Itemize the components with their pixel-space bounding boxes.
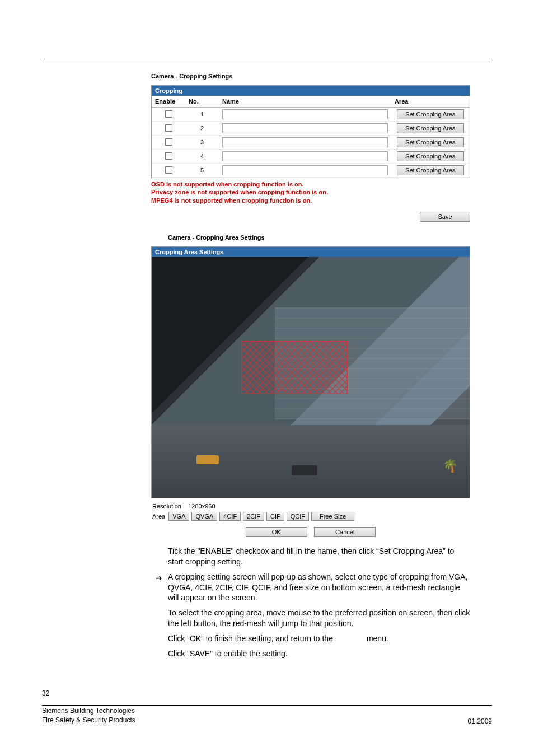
table-row: 3 Set Cropping Area [152, 136, 470, 150]
table-row: 1 Set Cropping Area [152, 108, 470, 122]
instruction-fragment: Click “OK” to finish the setting, and re… [168, 634, 333, 643]
scene-tree: 🌴 [443, 459, 460, 481]
video-preview[interactable]: 🌴 [152, 257, 470, 498]
warning-messages: OSD is not supported when cropping funct… [151, 180, 470, 204]
row-no: 5 [185, 164, 219, 178]
instruction-paragraph: To select the cropping area, move mouse … [168, 608, 470, 629]
table-row: 5 Set Cropping Area [152, 164, 470, 178]
save-button[interactable]: Save [420, 212, 470, 222]
preset-qvga-button[interactable]: QVGA [191, 512, 217, 521]
name-input[interactable] [222, 109, 388, 119]
name-input[interactable] [222, 165, 388, 175]
table-row: 2 Set Cropping Area [152, 122, 470, 136]
name-input[interactable] [222, 137, 388, 147]
instruction-paragraph: Click “SAVE” to enable the setting. [168, 648, 470, 659]
body-text: Tick the "ENABLE" checkbox and fill in t… [151, 546, 470, 659]
ok-cancel-row: OK Cancel [151, 526, 470, 537]
crop-rectangle[interactable] [241, 341, 348, 394]
set-cropping-area-button[interactable]: Set Cropping Area [397, 137, 464, 147]
top-rule [42, 62, 492, 62]
set-cropping-area-button[interactable]: Set Cropping Area [397, 109, 464, 119]
instruction-bullet: A cropping setting screen will pop-up as… [168, 572, 470, 604]
cancel-button[interactable]: Cancel [314, 527, 376, 537]
footer-right: 01.2009 [468, 717, 492, 725]
warning-line: OSD is not supported when cropping funct… [151, 180, 470, 188]
set-cropping-area-button[interactable]: Set Cropping Area [397, 151, 464, 161]
footer-line: Siemens Building Technologies [42, 706, 135, 716]
col-header-name: Name [219, 96, 391, 108]
row-no: 3 [185, 136, 219, 150]
name-input[interactable] [222, 151, 388, 161]
section-title-cropping: Camera - Cropping Settings [151, 73, 470, 80]
col-header-enable: Enable [152, 96, 185, 108]
area-presets-row: Area VGA QVGA 4CIF 2CIF CIF QCIF Free Si… [152, 512, 470, 521]
footer-left: Siemens Building Technologies Fire Safet… [42, 706, 135, 725]
area-panel-header: Cropping Area Settings [152, 247, 470, 257]
page-number: 32 [42, 689, 49, 697]
save-row: Save [151, 211, 470, 222]
bottom-rule [42, 705, 492, 706]
ok-button[interactable]: OK [246, 527, 307, 537]
section-title-area: Camera - Cropping Area Settings [168, 234, 470, 241]
instruction-paragraph: Tick the "ENABLE" checkbox and fill in t… [168, 546, 470, 567]
preset-qcif-button[interactable]: QCIF [287, 512, 309, 521]
section-cropping-area: Camera - Cropping Area Settings Cropping… [151, 234, 470, 537]
row-no: 4 [185, 150, 219, 164]
enable-checkbox[interactable] [165, 138, 172, 146]
main-content: Camera - Cropping Settings Cropping Enab… [151, 73, 470, 664]
cropping-area-panel: Cropping Area Settings 🌴 [151, 246, 470, 498]
warning-line: Privacy zone is not supported when cropp… [151, 188, 470, 196]
page: Camera - Cropping Settings Cropping Enab… [0, 0, 534, 756]
enable-checkbox[interactable] [165, 166, 172, 174]
preset-cif-button[interactable]: CIF [266, 512, 284, 521]
instruction-paragraph: Click “OK” to finish the setting, and re… [168, 633, 470, 644]
set-cropping-area-button[interactable]: Set Cropping Area [397, 165, 464, 175]
cropping-table: Enable No. Name Area 1 Set Cropping Area [152, 96, 470, 178]
cropping-panel: Cropping Enable No. Name Area 1 Set [151, 85, 470, 178]
preset-vga-button[interactable]: VGA [168, 512, 189, 521]
enable-checkbox[interactable] [165, 110, 172, 118]
scene-car [196, 455, 219, 464]
row-no: 1 [185, 108, 219, 122]
set-cropping-area-button[interactable]: Set Cropping Area [397, 123, 464, 133]
col-header-no: No. [185, 96, 219, 108]
preset-2cif-button[interactable]: 2CIF [243, 512, 264, 521]
resolution-value: 1280x960 [188, 503, 215, 510]
instruction-fragment: menu. [367, 634, 388, 643]
cropping-panel-header: Cropping [152, 86, 470, 96]
enable-checkbox[interactable] [165, 124, 172, 132]
table-row: 4 Set Cropping Area [152, 150, 470, 164]
scene-car [292, 465, 317, 475]
resolution-row: Resolution 1280x960 [152, 503, 470, 510]
row-no: 2 [185, 122, 219, 136]
preset-4cif-button[interactable]: 4CIF [219, 512, 241, 521]
resolution-label: Resolution [152, 503, 181, 510]
enable-checkbox[interactable] [165, 152, 172, 160]
footer-line: Fire Safety & Security Products [42, 716, 135, 725]
warning-line: MPEG4 is not supported when cropping fun… [151, 197, 470, 204]
preset-freesize-button[interactable]: Free Size [311, 512, 354, 521]
name-input[interactable] [222, 123, 388, 133]
area-label: Area [152, 513, 165, 520]
col-header-area: Area [391, 96, 470, 108]
